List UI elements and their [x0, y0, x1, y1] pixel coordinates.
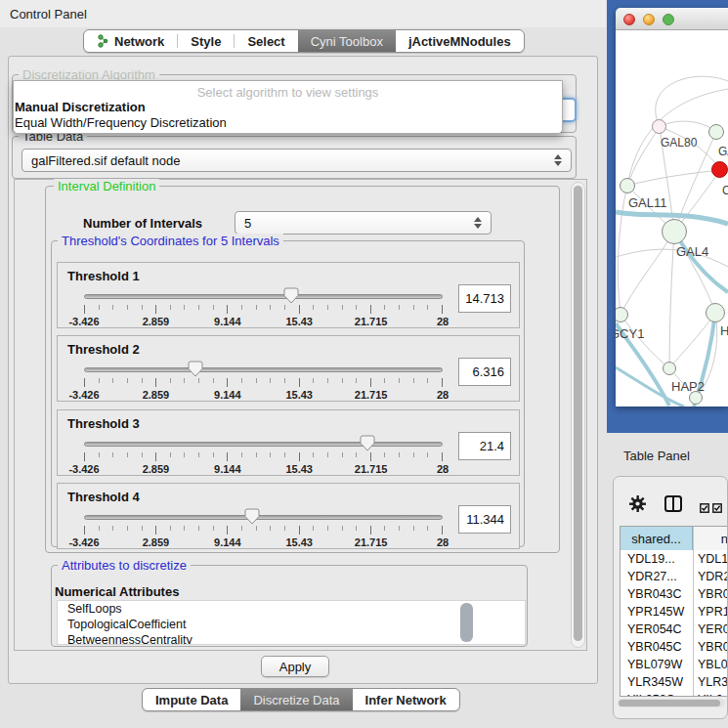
tab-select[interactable]: Select	[235, 30, 297, 52]
table-row[interactable]: YDR27...YDR2	[621, 568, 728, 585]
tick-label: 28	[437, 389, 449, 401]
control-panel-titlebar: Control Panel	[0, 0, 606, 27]
tick-label: 9.144	[214, 316, 241, 327]
list-item[interactable]: SelfLoops	[58, 601, 525, 617]
threshold-1-value-input[interactable]: 14.713	[458, 284, 511, 313]
threshold-2-value-input[interactable]: 6.316	[458, 358, 511, 386]
numerical-attributes-list[interactable]: SelfLoops TopologicalCoefficient Between…	[57, 600, 526, 645]
network-window-titlebar[interactable]	[616, 8, 728, 30]
column-layout-icon[interactable]	[664, 495, 682, 516]
threshold-1-slider[interactable]: -3.426 2.859 9.144 15.43 21.715 28	[84, 286, 443, 327]
node-ga[interactable]	[708, 124, 724, 140]
node-label-gcy1: GCY1	[616, 326, 644, 341]
network-canvas[interactable]: GAL80 GA C GAL11 GAL4 GCY1 H HAP2	[616, 30, 728, 407]
tick-label: 21.715	[355, 316, 388, 327]
threshold-2-slider[interactable]: -3.426 2.859 9.144 15.43 21.715 28	[84, 360, 443, 401]
node-label-h: H	[720, 323, 728, 338]
list-item[interactable]: TopologicalCoefficient	[58, 617, 525, 632]
number-of-intervals-combo[interactable]: 5	[235, 211, 492, 235]
threshold-1-panel: Threshold 1 -3.426 2.859 9.144 15.43 21.…	[57, 262, 520, 328]
scrollbar-thumb[interactable]	[574, 186, 582, 641]
node-gal11[interactable]	[620, 178, 635, 193]
scrollbar-thumb[interactable]	[619, 700, 720, 707]
cell: YBR0	[698, 638, 728, 656]
tab-impute-data[interactable]: Impute Data	[143, 689, 240, 710]
tick-label: 21.715	[355, 463, 388, 475]
algorithm-dropdown-popup: Select algorithm to view settings Manual…	[13, 80, 563, 134]
threshold-4-value-input[interactable]: 11.344	[458, 505, 511, 534]
threshold-4-panel: Threshold 4 -3.426 2.859 9.144 15.43 21.…	[57, 483, 520, 549]
tick-label: -3.426	[68, 536, 99, 548]
table-row[interactable]: YER054CYER0	[621, 621, 728, 638]
thresholds-group-title: Threshold's Coordinates for 5 Intervals	[58, 234, 283, 248]
tick-label: 28	[437, 463, 449, 475]
node-h[interactable]	[706, 303, 725, 322]
minimize-traffic-light[interactable]	[643, 14, 655, 25]
tab-discretize-data[interactable]: Discretize Data	[240, 689, 352, 710]
tick-label: 15.43	[285, 316, 313, 327]
attributes-list-scrollbar[interactable]	[460, 603, 473, 642]
table-panel-title: Table Panel	[623, 449, 690, 463]
close-traffic-light[interactable]	[623, 14, 635, 25]
slider-thumb[interactable]	[244, 508, 260, 525]
tab-jactivemnodules[interactable]: jActiveMNodules	[396, 30, 524, 52]
threshold-3-slider[interactable]: -3.426 2.859 9.144 15.43 21.715 28	[84, 434, 443, 475]
node-gal80[interactable]	[652, 119, 666, 134]
tab-infer-network[interactable]: Infer Network	[353, 689, 459, 710]
popup-item-equal-width-frequency[interactable]: Equal Width/Frequency Discretization	[15, 115, 563, 130]
tab-network[interactable]: Network	[84, 30, 177, 52]
slider-thumb[interactable]	[283, 287, 299, 304]
settings-vertical-scrollbar[interactable]	[571, 182, 585, 648]
slider-track[interactable]	[84, 515, 443, 520]
cell: YPR1	[698, 603, 728, 621]
slider-thumb[interactable]	[360, 435, 375, 451]
node-attribute-table: shared... na YDL19...YDL1 YDR27...YDR2 Y…	[620, 526, 728, 697]
cell: YPR145W	[627, 603, 684, 621]
threshold-3-value-input[interactable]: 21.4	[458, 432, 511, 460]
network-icon	[97, 34, 108, 48]
tab-network-label: Network	[114, 34, 164, 49]
tick-label: 15.43	[285, 389, 313, 401]
threshold-4-slider[interactable]: -3.426 2.859 9.144 15.43 21.715 28	[84, 507, 443, 548]
apply-button[interactable]: Apply	[261, 656, 329, 677]
node-red[interactable]	[711, 161, 728, 178]
node-gal4[interactable]	[662, 219, 687, 244]
tab-infer-network-label: Infer Network	[365, 693, 447, 707]
slider-ticks	[84, 452, 444, 461]
table-row[interactable]: YIL052CYIL0	[621, 691, 728, 697]
tick-label: 9.144	[214, 536, 241, 548]
table-horizontal-scrollbar[interactable]	[618, 699, 725, 707]
tab-impute-data-label: Impute Data	[155, 693, 228, 707]
cell: YLR3	[698, 673, 728, 691]
column-header-shared[interactable]: shared...	[621, 527, 693, 550]
zoom-traffic-light[interactable]	[663, 14, 674, 25]
slider-track[interactable]	[84, 294, 443, 299]
table-row[interactable]: YDL19...YDL1	[621, 550, 728, 568]
table-row[interactable]: YBL079WYBL0	[621, 656, 728, 673]
tab-select-label: Select	[247, 34, 284, 49]
threshold-2-label: Threshold 2	[67, 342, 140, 357]
tab-style[interactable]: Style	[178, 30, 234, 52]
tick-label: 28	[437, 316, 449, 327]
table-row[interactable]: YBR045CYBR0	[621, 638, 728, 656]
table-data-combo[interactable]: galFiltered.sif default node	[21, 149, 572, 172]
tab-cyni-toolbox[interactable]: Cyni Toolbox	[298, 30, 396, 52]
table-row[interactable]: YBR043CYBR0	[621, 585, 728, 603]
bottom-tab-bar: Impute Data Discretize Data Infer Networ…	[142, 688, 460, 711]
node-hap2[interactable]	[663, 362, 676, 375]
table-row[interactable]: YPR145WYPR1	[621, 603, 728, 621]
slider-track[interactable]	[84, 442, 443, 447]
table-panel: shared... na YDL19...YDL1 YDR27...YDR2 Y…	[613, 476, 728, 719]
checkbox-checked-icon[interactable]	[700, 499, 709, 517]
list-item[interactable]: BetweennessCentrality	[58, 632, 525, 645]
column-header-name[interactable]: na	[694, 527, 728, 550]
tick-label: -3.426	[68, 389, 99, 401]
slider-thumb[interactable]	[188, 361, 203, 377]
table-row[interactable]: YLR345WYLR3	[621, 673, 728, 691]
gear-icon[interactable]	[629, 495, 646, 516]
slider-track[interactable]	[84, 367, 443, 372]
node-label-hap2: HAP2	[671, 379, 705, 394]
popup-item-manual-discretization[interactable]: Manual Discretization	[15, 100, 563, 114]
checkbox-checked-icon[interactable]	[712, 499, 722, 517]
threshold-3-panel: Threshold 3 -3.426 2.859 9.144 15.43 21.…	[57, 409, 520, 476]
